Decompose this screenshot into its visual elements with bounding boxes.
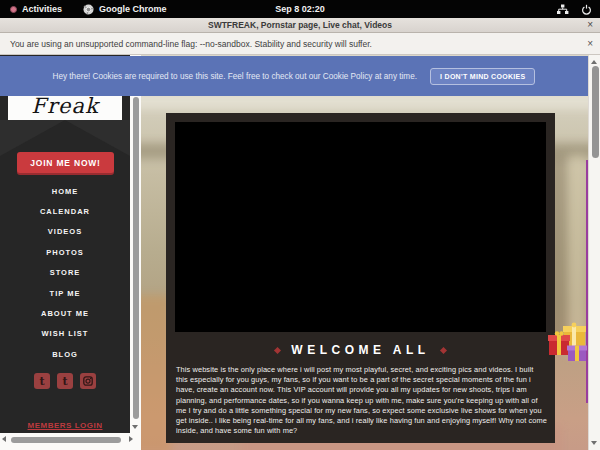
chevron-decor [0,120,65,156]
sidebar-item-home[interactable]: HOME [0,181,130,201]
nav-label: STORE [50,268,81,277]
social-links: t t [0,373,130,389]
flagbar-close-button[interactable]: × [587,38,593,49]
nav-label: HOME [52,187,79,196]
page-scrollbar-thumb[interactable] [592,66,599,158]
sidebar-nav: HOME CALENDAR VIDEOS PHOTOS STORE TIP ME… [0,181,130,365]
sidebar-horizontal-scrollbar[interactable] [0,433,141,450]
sidebar-item-tip-me[interactable]: TIP ME [0,283,130,303]
nav-label: PHOTOS [46,248,84,257]
browser-viewport: WELCOME ALL This website is the only pla… [0,55,600,450]
video-player[interactable] [175,122,546,332]
cookie-message: Hey there! Cookies are required to use t… [53,72,418,81]
sidebar-scrollbar-thumb[interactable] [133,97,139,419]
sidebar-item-store[interactable]: STORE [0,263,130,283]
power-icon[interactable] [581,4,592,15]
red-diamond-icon [440,346,447,353]
members-login-link[interactable]: MEMBERS LOGIN [0,421,130,430]
nav-label: WISH LIST [42,329,89,338]
tumblr-glyph: t [62,376,67,387]
scroll-right-arrow[interactable] [129,436,133,442]
gnome-top-bar: Activities Google Chrome Sep 8 02:20 [0,0,600,18]
scroll-down-arrow[interactable] [591,441,597,445]
gift-boxes-icon [547,320,593,364]
nav-label: BLOG [52,350,78,359]
welcome-paragraph: This website is the only place where i w… [176,365,547,436]
sidebar-item-calendar[interactable]: CALENDAR [0,201,130,221]
chevron-decor [65,120,130,156]
red-diamond-icon [274,346,281,353]
welcome-heading: WELCOME ALL [291,343,429,357]
tumblr-icon[interactable]: t [57,373,73,389]
flag-infobar: You are using an unsupported command-lin… [0,33,600,55]
instagram-icon[interactable] [80,373,96,389]
window-close-button[interactable]: × [587,19,593,30]
screen: Activities Google Chrome Sep 8 02:20 [0,0,600,450]
flag-message: You are using an unsupported command-lin… [10,39,372,49]
scroll-up-arrow[interactable] [591,60,597,64]
twitter-glyph: t [39,376,44,387]
clock[interactable]: Sep 8 02:20 [275,4,325,14]
sidebar: S Freak JOIN ME NOW! HOME CALENDAR VIDEO… [0,55,130,433]
twitter-icon[interactable]: t [34,373,50,389]
network-icon[interactable] [556,4,569,15]
camera-glyph [83,376,93,386]
page-vertical-scrollbar[interactable] [588,55,600,450]
sidebar-item-videos[interactable]: VIDEOS [0,222,130,242]
window-title: SWTFREAK, Pornstar page, Live chat, Vide… [208,20,392,30]
sidebar-hscrollbar-thumb[interactable] [11,437,121,443]
sidebar-vertical-scrollbar[interactable] [130,55,141,450]
scroll-left-arrow[interactable] [2,436,6,442]
nav-label: CALENDAR [40,207,90,216]
sidebar-item-photos[interactable]: PHOTOS [0,242,130,262]
sidebar-item-about-me[interactable]: ABOUT ME [0,303,130,323]
logo-script-text: Freak [8,94,122,118]
scroll-down-arrow[interactable] [132,425,138,429]
nav-label: ABOUT ME [41,309,89,318]
join-me-now-button[interactable]: JOIN ME NOW! [17,152,114,173]
sidebar-item-blog[interactable]: BLOG [0,344,130,364]
window-title-bar: SWTFREAK, Pornstar page, Live chat, Vide… [0,18,600,33]
nav-label: VIDEOS [48,227,82,236]
cookie-accept-button[interactable]: I DON'T MIND COOKIES [430,68,535,85]
cookie-consent-bar: Hey there! Cookies are required to use t… [0,56,588,96]
content-panel: WELCOME ALL This website is the only pla… [166,113,555,443]
nav-label: TIP ME [50,289,81,298]
sidebar-item-wish-list[interactable]: WISH LIST [0,324,130,344]
